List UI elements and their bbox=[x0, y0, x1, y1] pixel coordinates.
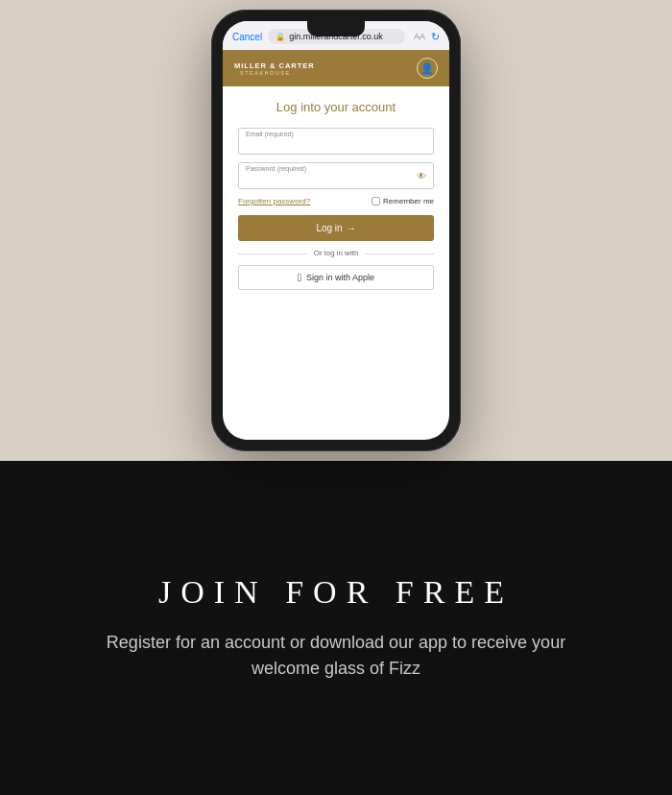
login-form-area: Log into your account Email (required) P… bbox=[223, 86, 449, 440]
browser-aa-button[interactable]: AA bbox=[414, 32, 425, 41]
password-field-container: Password (required) 👁 bbox=[238, 162, 434, 189]
login-button-arrow: → bbox=[347, 223, 356, 233]
forgotten-remember-row: Forgotten password? Remember me bbox=[238, 197, 434, 205]
email-field-label: Email (required) bbox=[246, 131, 294, 137]
login-button[interactable]: Log in → bbox=[238, 215, 434, 241]
email-field-container: Email (required) bbox=[238, 128, 434, 155]
top-section: Cancel 🔒 gin.millerandcarter.co.uk AA ↻ … bbox=[0, 0, 672, 461]
user-account-icon[interactable]: 👤 bbox=[417, 58, 438, 79]
apple-signin-label: Sign in with Apple bbox=[306, 273, 374, 282]
user-icon-symbol: 👤 bbox=[420, 62, 434, 75]
brand-name-sub: · STEAKHOUSE · bbox=[234, 70, 297, 76]
forgotten-password-link[interactable]: Forgotten password? bbox=[238, 197, 310, 205]
lock-icon: 🔒 bbox=[276, 33, 285, 41]
brand-name-main: MILLER & CARTER bbox=[234, 61, 315, 70]
login-title: Log into your account bbox=[238, 100, 434, 114]
apple-logo-icon:  bbox=[298, 272, 301, 283]
remember-me-checkbox[interactable] bbox=[372, 197, 380, 205]
remember-me-label: Remember me bbox=[383, 197, 434, 205]
password-field-label: Password (required) bbox=[246, 165, 306, 172]
site-header: MILLER & CARTER · STEAKHOUSE · 👤 bbox=[223, 50, 449, 86]
remember-me-container: Remember me bbox=[372, 197, 434, 205]
or-divider: Or log in with bbox=[238, 249, 434, 257]
site-content: MILLER & CARTER · STEAKHOUSE · 👤 Log int… bbox=[223, 50, 449, 440]
phone-frame: Cancel 🔒 gin.millerandcarter.co.uk AA ↻ … bbox=[211, 10, 461, 451]
join-title: JOIN FOR FREE bbox=[158, 574, 514, 611]
phone-screen: Cancel 🔒 gin.millerandcarter.co.uk AA ↻ … bbox=[223, 21, 449, 440]
browser-cancel-button[interactable]: Cancel bbox=[232, 32, 262, 42]
brand-logo: MILLER & CARTER · STEAKHOUSE · bbox=[234, 61, 315, 76]
browser-refresh-icon[interactable]: ↻ bbox=[431, 31, 440, 43]
show-password-icon[interactable]: 👁 bbox=[417, 171, 426, 181]
bottom-section: JOIN FOR FREE Register for an account or… bbox=[0, 461, 672, 795]
join-description: Register for an account or download our … bbox=[77, 630, 595, 682]
login-button-label: Log in bbox=[316, 223, 342, 233]
phone-notch bbox=[307, 21, 365, 36]
apple-signin-button[interactable]:  Sign in with Apple bbox=[238, 265, 434, 290]
